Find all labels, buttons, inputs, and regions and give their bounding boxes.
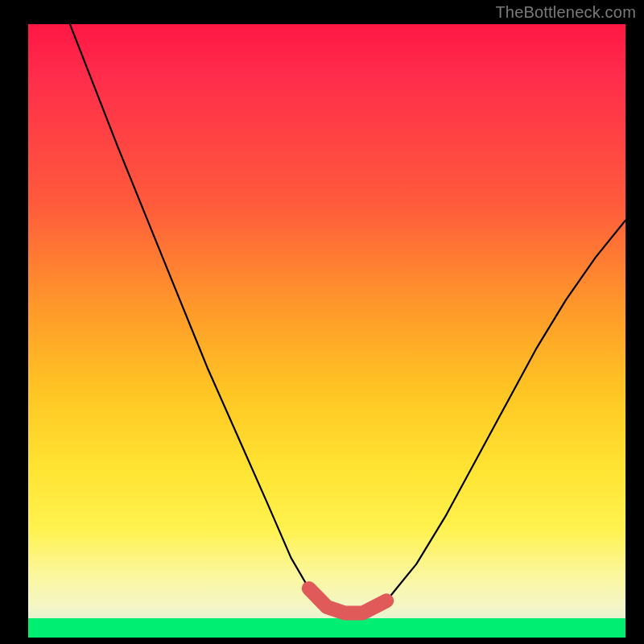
optimal-range-highlight bbox=[309, 588, 387, 613]
chart-svg bbox=[28, 24, 625, 638]
watermark-text: TheBottleneck.com bbox=[495, 3, 636, 22]
chart-frame: TheBottleneck.com bbox=[0, 0, 644, 644]
plot-area bbox=[28, 24, 625, 638]
bottleneck-curve bbox=[70, 24, 625, 613]
